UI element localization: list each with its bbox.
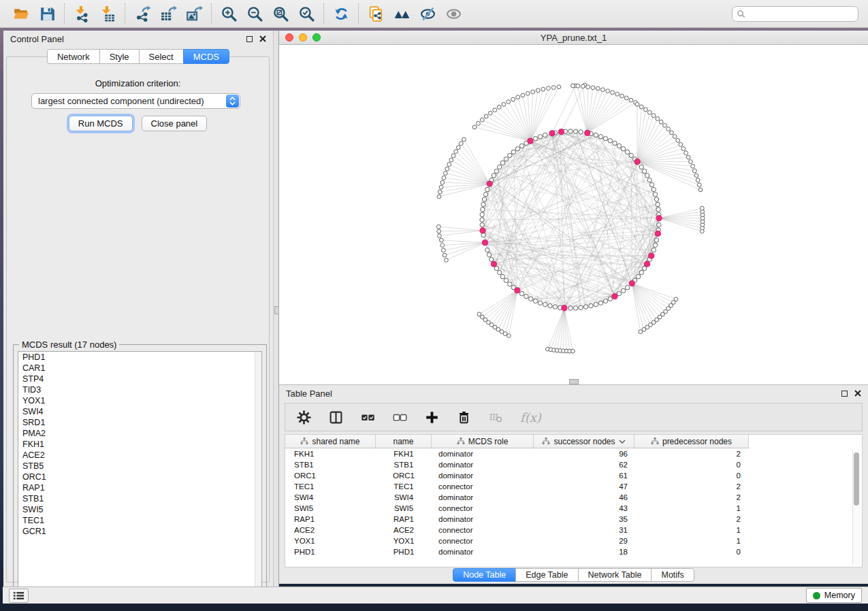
hide-selected-button[interactable] bbox=[415, 3, 440, 24]
table-row[interactable]: STB1STB1dominator620 bbox=[285, 459, 862, 470]
result-list-item[interactable]: SWI4 bbox=[18, 406, 261, 417]
tab-edge-table[interactable]: Edge Table bbox=[515, 568, 578, 582]
table-row[interactable]: ACE2ACE2connector311 bbox=[285, 525, 862, 535]
float-panel-icon[interactable] bbox=[246, 36, 253, 42]
show-columns-button[interactable] bbox=[328, 410, 343, 425]
table-scrollbar[interactable] bbox=[852, 450, 860, 565]
delete-column-button[interactable] bbox=[456, 410, 471, 425]
table-row[interactable]: RAP1RAP1dominator352 bbox=[285, 514, 862, 525]
import-network-button[interactable] bbox=[69, 3, 95, 24]
result-list-item[interactable]: SWI5 bbox=[18, 504, 261, 515]
tab-style[interactable]: Style bbox=[99, 49, 140, 64]
search-input[interactable] bbox=[748, 10, 858, 19]
result-list-item[interactable]: FKH1 bbox=[18, 439, 261, 450]
table-cell: 2 bbox=[634, 515, 749, 523]
column-header-name[interactable]: name bbox=[376, 435, 432, 448]
export-network-button[interactable] bbox=[129, 3, 155, 24]
tab-network[interactable]: Network bbox=[47, 49, 100, 64]
tab-motifs[interactable]: Motifs bbox=[651, 568, 694, 582]
table-scrollbar-thumb[interactable] bbox=[854, 452, 859, 506]
result-list-item[interactable]: STB5 bbox=[18, 461, 261, 472]
node-table[interactable]: shared namenameMCDS rolesuccessor nodesp… bbox=[285, 434, 863, 567]
table-cell: ACE2 bbox=[285, 526, 376, 534]
function-builder-button[interactable]: f(x) bbox=[520, 410, 541, 425]
show-hidden-button[interactable] bbox=[440, 3, 466, 24]
mcds-result-list[interactable]: PHD1CAR1STP4TID3YOX1SWI4SRD1PMA2FKH1ACE2… bbox=[18, 351, 262, 591]
table-row[interactable]: SWI5SWI5connector431 bbox=[285, 503, 862, 514]
search-box[interactable] bbox=[732, 6, 858, 22]
run-mcds-button[interactable]: Run MCDS bbox=[69, 116, 133, 131]
result-list-item[interactable]: PHD1 bbox=[18, 352, 261, 363]
network-view-canvas[interactable] bbox=[279, 45, 868, 384]
deselect-all-button[interactable] bbox=[392, 410, 407, 425]
export-table-button[interactable] bbox=[155, 3, 181, 24]
table-row[interactable]: YOX1YOX1connector291 bbox=[285, 535, 862, 546]
toolbar-separator bbox=[64, 3, 65, 24]
add-column-button[interactable] bbox=[424, 410, 439, 425]
table-cell: PHD1 bbox=[376, 548, 432, 556]
task-history-button[interactable] bbox=[9, 589, 29, 603]
export-image-icon bbox=[186, 5, 203, 22]
result-list-item[interactable]: RAP1 bbox=[18, 482, 261, 493]
close-panel-icon[interactable] bbox=[854, 390, 861, 397]
zoom-fit-button[interactable] bbox=[268, 3, 293, 24]
network-graph[interactable] bbox=[279, 45, 868, 384]
horizontal-splitter-handle[interactable] bbox=[569, 379, 579, 384]
float-panel-icon[interactable] bbox=[841, 391, 848, 397]
result-list-item[interactable]: PMA2 bbox=[18, 428, 261, 439]
column-header-shared-name[interactable]: shared name bbox=[285, 435, 376, 448]
save-session-button[interactable] bbox=[34, 3, 60, 24]
splitter-handle[interactable] bbox=[274, 306, 279, 314]
criterion-dropdown[interactable]: largest connected component (undirected) bbox=[31, 93, 240, 109]
zoom-selected-button[interactable] bbox=[293, 3, 319, 24]
delete-table-icon bbox=[489, 410, 503, 425]
column-header-predecessor-nodes[interactable]: predecessor nodes bbox=[634, 435, 749, 448]
delete-table-button[interactable] bbox=[488, 410, 503, 425]
tab-node-table[interactable]: Node Table bbox=[453, 568, 516, 582]
result-list-item[interactable]: GCR1 bbox=[18, 526, 261, 537]
table-row[interactable]: TEC1TEC1connector472 bbox=[285, 481, 862, 492]
tab-network-table[interactable]: Network Table bbox=[578, 568, 652, 582]
memory-button[interactable]: Memory bbox=[806, 588, 862, 603]
import-table-icon bbox=[99, 5, 116, 22]
network-window-titlebar[interactable]: YPA_prune.txt_1 bbox=[279, 31, 868, 45]
tab-select[interactable]: Select bbox=[139, 49, 184, 64]
result-list-item[interactable]: STP4 bbox=[18, 374, 261, 384]
table-row[interactable]: PHD1PHD1dominator180 bbox=[285, 546, 862, 557]
result-list-item[interactable]: TEC1 bbox=[18, 515, 261, 526]
table-row[interactable]: ORC1ORC1dominator610 bbox=[285, 470, 862, 481]
table-row[interactable]: SWI4SWI4dominator462 bbox=[285, 492, 862, 503]
table-cell: TEC1 bbox=[376, 482, 432, 491]
result-list-scrollbar[interactable] bbox=[255, 352, 261, 591]
zoom-out-button[interactable] bbox=[242, 3, 268, 24]
first-neighbors-button[interactable] bbox=[389, 3, 415, 24]
table-options-button[interactable] bbox=[296, 410, 311, 425]
clone-network-button[interactable] bbox=[363, 3, 389, 24]
import-table-button[interactable] bbox=[95, 3, 120, 24]
table-cell: 2 bbox=[634, 482, 749, 491]
open-file-button[interactable] bbox=[8, 3, 34, 24]
vertical-splitter[interactable] bbox=[274, 31, 279, 587]
table-row[interactable]: FKH1FKH1dominator962 bbox=[285, 448, 862, 459]
close-panel-button[interactable]: Close panel bbox=[142, 116, 208, 131]
result-list-item[interactable]: TID3 bbox=[18, 384, 261, 395]
export-image-button[interactable] bbox=[181, 3, 207, 24]
zoom-in-button[interactable] bbox=[216, 3, 242, 24]
select-all-button[interactable] bbox=[360, 410, 375, 425]
column-header-successor-nodes[interactable]: successor nodes bbox=[534, 435, 634, 448]
result-list-item[interactable]: YOX1 bbox=[18, 395, 261, 406]
result-list-item[interactable]: ACE2 bbox=[18, 450, 261, 461]
column-header-mcds-role[interactable]: MCDS role bbox=[432, 435, 534, 448]
close-panel-icon[interactable] bbox=[259, 35, 266, 42]
table-cell: 61 bbox=[534, 472, 634, 480]
table-cell: SWI4 bbox=[285, 493, 376, 501]
tab-mcds[interactable]: MCDS bbox=[183, 49, 229, 64]
export-table-icon bbox=[160, 5, 177, 22]
result-list-item[interactable]: SRD1 bbox=[18, 417, 261, 428]
result-list-item[interactable]: ORC1 bbox=[18, 472, 261, 482]
clone-network-icon bbox=[368, 5, 385, 22]
table-cell: 43 bbox=[534, 504, 634, 512]
result-list-item[interactable]: CAR1 bbox=[18, 363, 261, 374]
result-list-item[interactable]: STB1 bbox=[18, 493, 261, 504]
refresh-view-button[interactable] bbox=[328, 3, 354, 24]
